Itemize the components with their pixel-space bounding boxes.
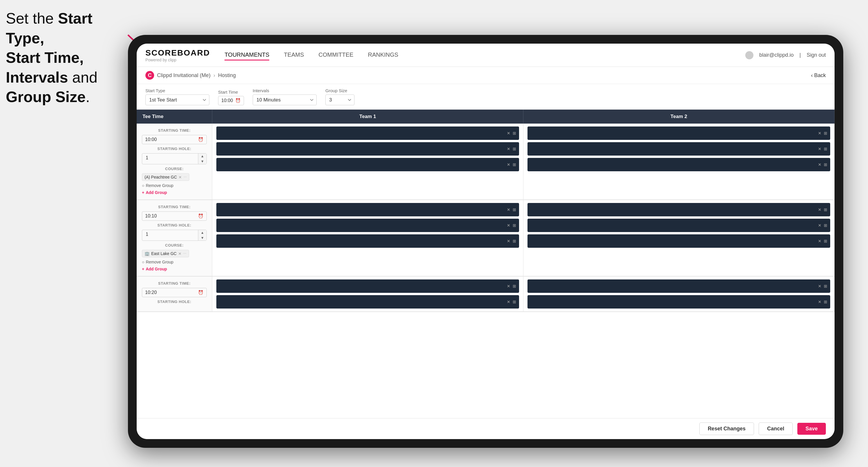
group-2-hole-stepper[interactable]: 1 ▲ ▼	[142, 230, 207, 241]
group-1-course-name: (A) Peachtree GC	[145, 175, 177, 179]
group-2-course-tag: 🏢 East Lake GC ✕ ⋯	[142, 250, 189, 257]
group-1-t2-p2-expand[interactable]: ⊞	[824, 147, 827, 151]
group-2-t1-p1-close[interactable]: ✕	[507, 207, 510, 212]
group-2-t1-p2-expand[interactable]: ⊞	[513, 223, 516, 228]
group-2-left: STARTING TIME: 10:10 ⏰ STARTING HOLE: 1 …	[137, 200, 212, 276]
group-row-3: STARTING TIME: 10:20 ⏰ STARTING HOLE: ✕ …	[137, 277, 835, 312]
group-1-hole-label: STARTING HOLE:	[142, 147, 207, 151]
back-button[interactable]: ‹ Back	[811, 72, 826, 79]
group-3-t1-p2-expand[interactable]: ⊞	[513, 300, 516, 304]
group-size-select[interactable]: 3	[326, 94, 354, 105]
group-row-1: STARTING TIME: 10:00 ⏰ STARTING HOLE: 1 …	[137, 124, 835, 200]
group-2-t2-p2-expand[interactable]: ⊞	[824, 223, 827, 228]
group-1-t2-p3-expand[interactable]: ⊞	[824, 162, 827, 167]
group-1-course-remove[interactable]: ✕	[179, 175, 182, 179]
intervals-select[interactable]: 10 Minutes	[253, 94, 317, 105]
group-1-team1-player3: ✕ ⊞	[216, 158, 519, 171]
nav-link-committee[interactable]: COMMITTEE	[318, 50, 353, 61]
group-3-team1: ✕ ⊞ ✕ ⊞	[212, 277, 523, 311]
group-1-t1-p1-expand[interactable]: ⊞	[513, 131, 516, 135]
group-1-remove-btn[interactable]: ○ Remove Group	[142, 183, 207, 188]
start-type-select[interactable]: 1st Tee Start	[145, 94, 209, 105]
group-3-starting-time-input[interactable]: 10:20 ⏰	[142, 288, 207, 297]
group-2-t2-p2-close[interactable]: ✕	[818, 223, 822, 228]
group-1-t2-p1-expand[interactable]: ⊞	[824, 131, 827, 135]
settings-row: Start Type 1st Tee Start Start Time 10:0…	[137, 84, 835, 110]
group-1-hole-value: 1	[142, 154, 198, 164]
start-time-value: 10:00	[221, 98, 233, 103]
group-1-starting-time-input[interactable]: 10:00 ⏰	[142, 135, 207, 144]
nav-link-rankings[interactable]: RANKINGS	[368, 50, 398, 61]
group-2-hole-up[interactable]: ▲	[198, 230, 207, 235]
group-1-t2-p1-close[interactable]: ✕	[818, 131, 822, 135]
group-2-t1-p3-close[interactable]: ✕	[507, 239, 510, 243]
group-3-t2-p1-expand[interactable]: ⊞	[824, 284, 827, 288]
group-1-clock-icon: ⏰	[198, 137, 204, 142]
group-2-t2-p3-expand[interactable]: ⊞	[824, 239, 827, 243]
group-1-hole-down[interactable]: ▼	[198, 159, 207, 164]
group-1-t2-p3-close[interactable]: ✕	[818, 162, 822, 167]
group-row-2: STARTING TIME: 10:10 ⏰ STARTING HOLE: 1 …	[137, 200, 835, 277]
footer-bar: Reset Changes Cancel Save	[137, 418, 835, 439]
group-1-t1-p1-close[interactable]: ✕	[507, 131, 510, 135]
reset-button[interactable]: Reset Changes	[699, 423, 754, 435]
group-2-starting-time-value: 10:10	[145, 213, 196, 219]
group-1-course-expand[interactable]: ⋯	[184, 175, 187, 179]
breadcrumb-sep: ›	[213, 72, 215, 79]
group-1-hole-up[interactable]: ▲	[198, 154, 207, 159]
group-2-t2-p1-close[interactable]: ✕	[818, 207, 822, 212]
group-1-t1-p3-close[interactable]: ✕	[507, 162, 510, 167]
group-3-t1-p1-close[interactable]: ✕	[507, 284, 510, 288]
group-2-t2-p3-close[interactable]: ✕	[818, 239, 822, 243]
group-1-starting-time-label: STARTING TIME:	[142, 128, 207, 133]
group-1-t1-p2-close[interactable]: ✕	[507, 147, 510, 151]
instruction-block: Set the Start Type, Start Time, Interval…	[6, 9, 128, 107]
sign-out-link[interactable]: Sign out	[807, 52, 826, 58]
breadcrumb-tournament[interactable]: Clippd Invitational (Me)	[157, 72, 211, 79]
start-time-input[interactable]: 10:00 ⏰	[218, 96, 244, 105]
group-1-team2-player3: ✕ ⊞	[527, 158, 830, 171]
group-3-team1-player2: ✕ ⊞	[216, 295, 519, 309]
instruction-line3-suffix: and	[68, 69, 97, 86]
group-3-hole-label: STARTING HOLE:	[142, 300, 207, 304]
start-type-label: Start Type	[145, 88, 209, 93]
group-2-t1-p1-expand[interactable]: ⊞	[513, 207, 516, 212]
group-1-add-btn[interactable]: + Add Group	[142, 190, 207, 195]
group-2-t2-p1-expand[interactable]: ⊞	[824, 207, 827, 212]
group-3-t1-p2-close[interactable]: ✕	[507, 300, 510, 304]
group-3-t2-p1-close[interactable]: ✕	[818, 284, 822, 288]
logo-area: SCOREBOARD Powered by clipp	[145, 48, 210, 62]
group-1-team1-player2: ✕ ⊞	[216, 142, 519, 156]
col-team1: Team 1	[212, 110, 523, 124]
nav-separator: |	[799, 52, 801, 58]
group-2-hole-down[interactable]: ▼	[198, 235, 207, 241]
group-1-hole-stepper[interactable]: 1 ▲ ▼	[142, 153, 207, 164]
group-1-team2-player2: ✕ ⊞	[527, 142, 830, 156]
nav-link-tournaments[interactable]: TOURNAMENTS	[224, 50, 269, 61]
group-2-t1-p2-close[interactable]: ✕	[507, 223, 510, 228]
cancel-button[interactable]: Cancel	[759, 423, 793, 435]
group-2-starting-time-input[interactable]: 10:10 ⏰	[142, 211, 207, 221]
group-1-t1-p2-expand[interactable]: ⊞	[513, 147, 516, 151]
group-1-t2-p2-close[interactable]: ✕	[818, 147, 822, 151]
group-1-team2-player1: ✕ ⊞	[527, 126, 830, 140]
add-icon-2: +	[142, 267, 144, 271]
group-2-remove-btn[interactable]: ○ Remove Group	[142, 260, 207, 264]
group-2-course-expand[interactable]: ⋯	[183, 252, 186, 256]
group-3-t2-p2-close[interactable]: ✕	[818, 300, 822, 304]
nav-link-teams[interactable]: TEAMS	[284, 50, 304, 61]
group-3-left: STARTING TIME: 10:20 ⏰ STARTING HOLE:	[137, 277, 212, 311]
table-area: Tee Time Team 1 Team 2 STARTING TIME: 10…	[137, 110, 835, 418]
group-2-team1-player2: ✕ ⊞	[216, 219, 519, 232]
nav-right: blair@clippd.io | Sign out	[745, 51, 826, 59]
save-button[interactable]: Save	[797, 423, 826, 435]
group-3-starting-time-value: 10:20	[145, 290, 196, 295]
group-3-t2-p2-expand[interactable]: ⊞	[824, 300, 827, 304]
group-2-team2-player2: ✕ ⊞	[527, 219, 830, 232]
group-1-t1-p3-expand[interactable]: ⊞	[513, 162, 516, 167]
group-2-add-btn[interactable]: + Add Group	[142, 267, 207, 271]
start-time-group: Start Time 10:00 ⏰	[218, 90, 244, 105]
group-2-t1-p3-expand[interactable]: ⊞	[513, 239, 516, 243]
group-2-course-remove[interactable]: ✕	[178, 252, 182, 256]
group-3-t1-p1-expand[interactable]: ⊞	[513, 284, 516, 288]
